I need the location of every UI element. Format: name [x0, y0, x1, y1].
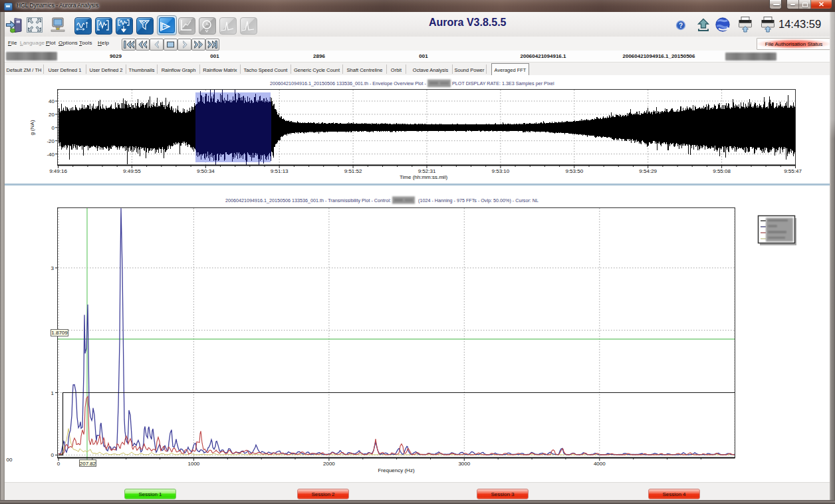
- svg-text:20060421094916.1_20150506 1335: 20060421094916.1_20150506 133536_001.th …: [225, 197, 391, 203]
- svg-text:9:50:34: 9:50:34: [197, 168, 215, 174]
- svg-text:4000: 4000: [594, 461, 606, 467]
- svg-text:9:49:55: 9:49:55: [123, 168, 141, 174]
- svg-text:00: 00: [7, 457, 13, 463]
- svg-text:9:49:16: 9:49:16: [49, 168, 67, 174]
- svg-text:9:51:13: 9:51:13: [271, 168, 289, 174]
- svg-text:(1024 - Hanning - 975 FFTs - O: (1024 - Hanning - 975 FFTs - Ovlp: 50.00…: [418, 197, 538, 203]
- svg-text:40: 40: [49, 98, 55, 104]
- svg-text:1000: 1000: [188, 461, 200, 467]
- svg-text:1.8709: 1.8709: [51, 330, 68, 336]
- svg-text:3000: 3000: [458, 461, 470, 467]
- svg-text:0: 0: [51, 452, 55, 458]
- svg-text:0: 0: [52, 125, 55, 131]
- svg-text:PLOT DISPLAY RATE: 1.3E3 Sampl: PLOT DISPLAY RATE: 1.3E3 Samples per Pix…: [452, 80, 554, 86]
- svg-text:?: ?: [679, 22, 683, 29]
- svg-text:9:54:29: 9:54:29: [639, 168, 657, 174]
- svg-text:207.82: 207.82: [80, 461, 96, 467]
- svg-text:9:52:31: 9:52:31: [418, 168, 436, 174]
- svg-text:9:55:47: 9:55:47: [784, 168, 802, 174]
- svg-text:Time (hh:mm:ss.mil): Time (hh:mm:ss.mil): [400, 174, 447, 180]
- svg-text:0: 0: [57, 461, 60, 467]
- svg-text:20060421094916.1_20150506 1335: 20060421094916.1_20150506 133536_001.th …: [270, 80, 427, 86]
- svg-text:2000: 2000: [323, 461, 335, 467]
- svg-text:9:55:08: 9:55:08: [713, 168, 731, 174]
- svg-text:-40: -40: [47, 152, 55, 158]
- svg-text:3: 3: [51, 265, 55, 271]
- svg-text:-20: -20: [47, 138, 55, 144]
- svg-text:g (NA): g (NA): [29, 120, 35, 135]
- svg-text:20: 20: [49, 112, 55, 118]
- svg-text:1: 1: [51, 390, 55, 396]
- svg-text:Frequency (Hz): Frequency (Hz): [378, 467, 414, 473]
- svg-text:9:53:50: 9:53:50: [565, 168, 583, 174]
- svg-text:9:53:10: 9:53:10: [492, 168, 510, 174]
- svg-text:9:51:52: 9:51:52: [344, 168, 362, 174]
